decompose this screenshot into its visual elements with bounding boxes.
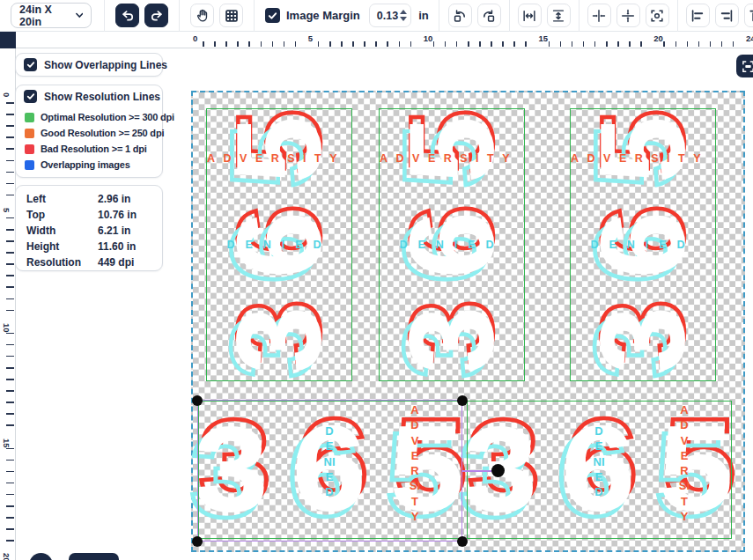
- legend-optimal: Optimal Resolution >= 300 dpi: [16, 109, 162, 125]
- adversity-text: ADVERSITY: [571, 152, 709, 165]
- rotation-handle[interactable]: [491, 464, 505, 477]
- property-label: Height: [26, 240, 98, 253]
- show-resolution-lines-checkbox[interactable]: [24, 90, 37, 103]
- overlap-color-swatch: [25, 160, 34, 170]
- checkmark-icon: [26, 61, 35, 69]
- match-width-button[interactable]: [518, 4, 542, 27]
- selection-properties-card: Left 2.96 in Top 10.76 in Width 6.21 in …: [15, 185, 163, 271]
- adversity-text: ADVERSITY: [380, 152, 518, 165]
- rotate-ccw-icon: [452, 8, 468, 24]
- legend-bad: Bad Resolution >= 1 dpi: [16, 141, 162, 157]
- show-overlapping-lines-checkbox[interactable]: [24, 58, 37, 71]
- bottom-left-pill-button[interactable]: [69, 553, 119, 560]
- denied-text: DENIED: [570, 239, 716, 251]
- denied-text: DENIED: [379, 239, 525, 251]
- divider: [439, 0, 439, 32]
- legend-label: Overlapping images: [41, 159, 130, 170]
- image-margin-stepper[interactable]: [398, 10, 410, 21]
- property-label: Width: [26, 225, 98, 237]
- property-row-resolution: Resolution 449 dpi: [16, 254, 162, 270]
- ruler-corner: [0, 32, 16, 48]
- property-value: 6.21 in: [98, 225, 130, 237]
- show-overlapping-lines-label: Show Overlapping Lines: [44, 59, 167, 71]
- good-color-swatch: [25, 129, 34, 138]
- image-margin-unit: in: [418, 9, 429, 22]
- selection-rect: [197, 400, 462, 542]
- bottom-left-round-button[interactable]: [29, 553, 53, 560]
- fit-to-screen-icon: [742, 60, 753, 73]
- property-row-height: Height 11.60 in: [16, 239, 162, 254]
- gang-sheet-editor: 24in X 20in Image Margin 0.13 in: [0, 0, 753, 560]
- divider: [104, 0, 105, 32]
- width-arrows-icon: [521, 8, 537, 24]
- property-value: 10.76 in: [98, 209, 137, 221]
- legend-label: Optimal Resolution >= 300 dpi: [41, 112, 174, 122]
- divider: [254, 0, 255, 32]
- legend-overlap: Overlapping images: [16, 157, 162, 173]
- property-label: Top: [26, 209, 98, 221]
- property-row-width: Width 6.21 in: [16, 223, 162, 239]
- show-resolution-lines-label: Show Resolution Lines: [44, 91, 160, 103]
- adversity-text: ADVERSITY: [207, 152, 345, 165]
- resize-handle-top-left[interactable]: [192, 395, 203, 406]
- center-horizontal-button[interactable]: [587, 4, 611, 27]
- stepper-down-icon: [400, 17, 407, 21]
- sheet-size-label: 24in X 20in: [19, 4, 69, 28]
- sheet-size-selector[interactable]: 24in X 20in: [11, 3, 92, 28]
- property-row-top: Top 10.76 in: [16, 207, 162, 223]
- property-value: 449 dpi: [98, 256, 134, 269]
- align-right-button[interactable]: [715, 4, 739, 27]
- align-top-icon: [748, 8, 753, 24]
- legend-label: Good Resolution >= 250 dpi: [41, 128, 164, 138]
- divider: [179, 0, 180, 32]
- align-left-button[interactable]: [686, 4, 710, 27]
- image-margin-value: 0.13: [377, 10, 398, 22]
- resize-handle-bottom-right[interactable]: [457, 536, 468, 547]
- align-left-icon: [690, 8, 705, 24]
- property-row-left: Left 2.96 in: [16, 191, 162, 207]
- stepper-up-icon: [400, 10, 407, 14]
- redo-icon: [149, 8, 165, 24]
- divider: [677, 0, 678, 32]
- pan-tool-button[interactable]: [190, 4, 214, 27]
- legend-label: Bad Resolution >= 1 dpi: [41, 144, 147, 154]
- center-on-sheet-button[interactable]: [646, 4, 669, 27]
- match-height-button[interactable]: [547, 4, 571, 27]
- rotate-ccw-button[interactable]: [448, 4, 472, 27]
- image-margin-checkbox[interactable]: [265, 8, 280, 23]
- height-arrows-icon: [550, 8, 566, 24]
- divider: [509, 0, 510, 32]
- optimal-color-swatch: [25, 113, 34, 122]
- undo-button[interactable]: [115, 4, 139, 27]
- ruler-left: 05101520: [0, 48, 16, 560]
- bad-color-swatch: [25, 144, 34, 154]
- hand-icon: [195, 8, 210, 24]
- rotate-cw-icon: [481, 8, 497, 24]
- ruler-top: 0510152024: [0, 32, 753, 48]
- property-label: Resolution: [26, 256, 98, 269]
- resize-handle-top-right[interactable]: [457, 395, 468, 406]
- grid-icon: [224, 8, 240, 24]
- undo-icon: [120, 8, 136, 24]
- overlapping-lines-card: Show Overlapping Lines: [15, 53, 163, 77]
- resolution-lines-card: Show Resolution Lines Optimal Resolution…: [15, 85, 163, 178]
- image-margin-label: Image Margin: [286, 9, 360, 22]
- align-top-button[interactable]: [744, 4, 753, 27]
- focus-center-icon: [649, 8, 665, 24]
- property-value: 11.60 in: [98, 240, 136, 253]
- redo-button[interactable]: [144, 4, 168, 27]
- grid-toggle-button[interactable]: [219, 4, 243, 27]
- toolbar: 24in X 20in Image Margin 0.13 in: [0, 0, 753, 32]
- image-margin-input[interactable]: 0.13: [369, 4, 411, 27]
- adversity-text-vertical: ADVERSITY: [677, 402, 691, 524]
- center-vertical-button[interactable]: [616, 4, 640, 27]
- checkmark-icon: [268, 11, 277, 20]
- legend-good: Good Resolution >= 250 dpi: [16, 125, 162, 141]
- fit-to-screen-button[interactable]: [736, 55, 753, 77]
- rotate-cw-button[interactable]: [477, 4, 501, 27]
- center-vertical-icon: [620, 8, 636, 24]
- divider: [579, 0, 580, 32]
- chevron-down-icon: [76, 12, 84, 18]
- denied-text-vertical: DENIED: [592, 424, 606, 499]
- resize-handle-bottom-left[interactable]: [192, 536, 203, 547]
